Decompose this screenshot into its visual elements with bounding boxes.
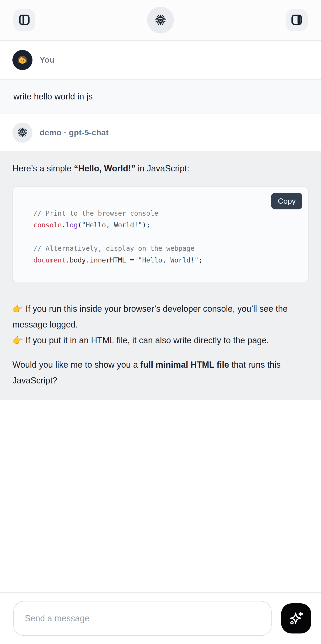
assistant-message-body: Here’s a simple “Hello, World!” in JavaS… bbox=[0, 151, 321, 400]
question-paragraph: Would you like me to show you a full min… bbox=[12, 357, 309, 388]
left-panel-toggle-button[interactable] bbox=[13, 9, 35, 31]
sparkle-icon bbox=[288, 610, 304, 627]
user-avatar bbox=[12, 50, 32, 70]
user-message-header: You bbox=[0, 41, 321, 79]
code-line: document.body.innerHTML = "Hello, World!… bbox=[33, 254, 299, 266]
code-line: // Alternatively, display on the webpage bbox=[33, 243, 299, 254]
assistant-sender-label: demo · gpt-5-chat bbox=[40, 128, 109, 137]
person-emoji-icon bbox=[16, 53, 29, 67]
code-line bbox=[33, 231, 299, 243]
tip-line: 👉 If you run this inside your browser’s … bbox=[12, 304, 288, 330]
panel-right-icon bbox=[291, 14, 302, 26]
assistant-message: demo · gpt-5-chat Here’s a simple “Hello… bbox=[0, 114, 321, 400]
copy-code-button[interactable]: Copy bbox=[271, 193, 302, 210]
composer-bar bbox=[0, 592, 321, 644]
separator-dot: · bbox=[64, 128, 67, 137]
assistant-avatar bbox=[12, 123, 32, 143]
user-message: You write hello world in js bbox=[0, 41, 321, 114]
agent-name: demo bbox=[40, 128, 61, 137]
chat-empty-area bbox=[0, 400, 321, 592]
code-content: // Print to the browser consoleconsole.l… bbox=[33, 208, 299, 266]
message-input[interactable] bbox=[13, 601, 272, 636]
user-message-text: write hello world in js bbox=[0, 79, 321, 114]
tip-line: 👉 If you put it in an HTML file, it can … bbox=[12, 336, 269, 345]
intro-paragraph: Here’s a simple “Hello, World!” in JavaS… bbox=[12, 161, 309, 176]
model-name: gpt-5-chat bbox=[69, 128, 108, 137]
code-block: Copy // Print to the browser consolecons… bbox=[12, 186, 309, 282]
tips-paragraph: 👉 If you run this inside your browser’s … bbox=[12, 301, 309, 348]
top-bar bbox=[0, 0, 321, 41]
code-line: // Print to the browser console bbox=[33, 208, 299, 219]
right-panel-toggle-button[interactable] bbox=[286, 9, 308, 31]
starburst-icon bbox=[154, 14, 167, 27]
panel-left-icon bbox=[19, 14, 30, 26]
assistant-message-header: demo · gpt-5-chat bbox=[0, 114, 321, 151]
user-sender-label: You bbox=[40, 55, 54, 64]
brand-spinner-button[interactable] bbox=[147, 7, 174, 34]
send-button[interactable] bbox=[281, 603, 311, 634]
starburst-icon bbox=[17, 127, 28, 139]
code-line: console.log("Hello, World!"); bbox=[33, 219, 299, 231]
